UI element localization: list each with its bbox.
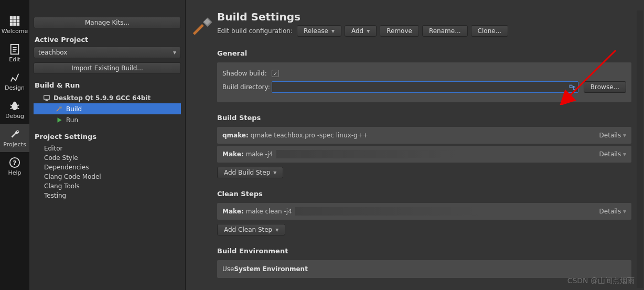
play-icon [56, 116, 63, 124]
svg-line-17 [10, 108, 13, 109]
project-settings-list: Editor Code Style Dependencies Clang Cod… [44, 144, 181, 200]
build-node[interactable]: Build [34, 103, 181, 114]
details-toggle[interactable]: Details [599, 132, 626, 139]
svg-rect-21 [44, 95, 50, 99]
general-heading: General [217, 49, 631, 57]
kit-item[interactable]: Desktop Qt 5.9.9 GCC 64bit [34, 92, 181, 103]
active-project-combo[interactable]: teachbox [34, 47, 181, 58]
run-node[interactable]: Run [34, 114, 181, 125]
details-toggle[interactable]: Details [599, 208, 626, 215]
mode-iconbar: Welcome Edit Design Debug Projects ? Hel… [0, 0, 29, 290]
svg-text:?: ? [13, 158, 16, 166]
manage-kits-button[interactable]: Manage Kits... [34, 17, 181, 28]
kit-tree: Desktop Qt 5.9.9 GCC 64bit Build Run [34, 92, 181, 125]
mode-debug[interactable]: Debug [0, 95, 29, 124]
rename-config-button[interactable]: Rename... [422, 25, 468, 37]
mode-design[interactable]: Design [0, 67, 29, 95]
build-run-heading: Build & Run [35, 81, 181, 89]
build-env-panel[interactable]: Use System Environment [217, 260, 631, 278]
svg-rect-8 [17, 23, 19, 25]
svg-point-14 [13, 101, 16, 104]
mode-label: Design [5, 84, 25, 91]
build-env-heading: Build Environment [217, 247, 631, 255]
svg-line-18 [17, 108, 19, 109]
vertical-scrollbar[interactable] [637, 10, 643, 288]
build-settings-pane: Build Settings Edit build configuration:… [186, 0, 644, 290]
projects-sidebar: Manage Kits... Active Project teachbox I… [29, 0, 186, 290]
mode-label: Debug [5, 113, 24, 120]
grid-icon [9, 15, 20, 27]
build-steps-heading: Build Steps [217, 114, 631, 122]
browse-button[interactable]: Browse... [584, 81, 626, 93]
settings-clang-tools[interactable]: Clang Tools [44, 181, 181, 191]
hammer-icon [192, 16, 214, 38]
wrench-icon [9, 128, 20, 140]
document-icon [9, 44, 20, 55]
clean-steps-heading: Clean Steps [217, 190, 631, 198]
variable-chooser-icon[interactable]: ⧉B [569, 83, 576, 91]
active-project-heading: Active Project [35, 36, 181, 44]
settings-dependencies[interactable]: Dependencies [44, 163, 181, 172]
mode-label: Projects [3, 141, 26, 148]
hammer-icon [56, 105, 63, 113]
help-icon: ? [9, 157, 20, 168]
shadow-build-label: Shadow build: [222, 70, 272, 77]
svg-rect-24 [59, 106, 62, 109]
svg-rect-5 [17, 19, 19, 23]
config-select[interactable]: Release [297, 25, 341, 37]
project-settings-heading: Project Settings [35, 133, 181, 141]
svg-rect-0 [10, 16, 13, 18]
svg-rect-4 [13, 19, 16, 23]
general-panel: Shadow build: ✓ Build directory: ⧉B Brow… [217, 62, 631, 102]
mode-label: Help [8, 169, 21, 176]
build-directory-input[interactable]: ⧉B [272, 81, 578, 93]
import-build-button[interactable]: Import Existing Build... [34, 62, 181, 74]
settings-clang-model[interactable]: Clang Code Model [44, 172, 181, 181]
add-config-button[interactable]: Add [345, 25, 377, 37]
clone-config-button[interactable]: Clone... [471, 25, 509, 37]
svg-rect-2 [17, 16, 19, 18]
svg-rect-7 [13, 23, 16, 25]
settings-codestyle[interactable]: Code Style [44, 153, 181, 163]
mode-label: Edit [9, 56, 20, 63]
svg-rect-1 [13, 16, 16, 18]
mode-help[interactable]: ? Help [0, 152, 29, 180]
bug-icon [9, 100, 20, 112]
mode-welcome[interactable]: Welcome [0, 10, 29, 39]
remove-config-button[interactable]: Remove [380, 25, 419, 37]
build-step-make[interactable]: Make: make -j4 Details [217, 146, 631, 163]
shadow-build-checkbox[interactable]: ✓ [272, 70, 279, 77]
settings-editor[interactable]: Editor [44, 144, 181, 153]
mode-edit[interactable]: Edit [0, 39, 29, 67]
clean-step-make[interactable]: Make: make clean -j4 Details [217, 203, 631, 220]
add-clean-step-button[interactable]: Add Clean Step [217, 224, 285, 235]
build-dir-label: Build directory: [222, 83, 272, 91]
svg-rect-3 [10, 19, 13, 23]
mode-projects[interactable]: Projects [0, 124, 29, 152]
monitor-icon [43, 94, 50, 102]
svg-rect-6 [10, 23, 13, 25]
mode-label: Welcome [2, 28, 28, 35]
brush-icon [9, 72, 20, 83]
settings-testing[interactable]: Testing [44, 191, 181, 200]
details-toggle[interactable]: Details [599, 151, 626, 158]
build-step-qmake[interactable]: qmake: qmake teachbox.pro -spec linux-g+… [217, 127, 631, 144]
page-title: Build Settings [217, 10, 508, 23]
add-build-step-button[interactable]: Add Build Step [217, 167, 283, 178]
edit-config-label: Edit build configuration: [217, 27, 293, 35]
